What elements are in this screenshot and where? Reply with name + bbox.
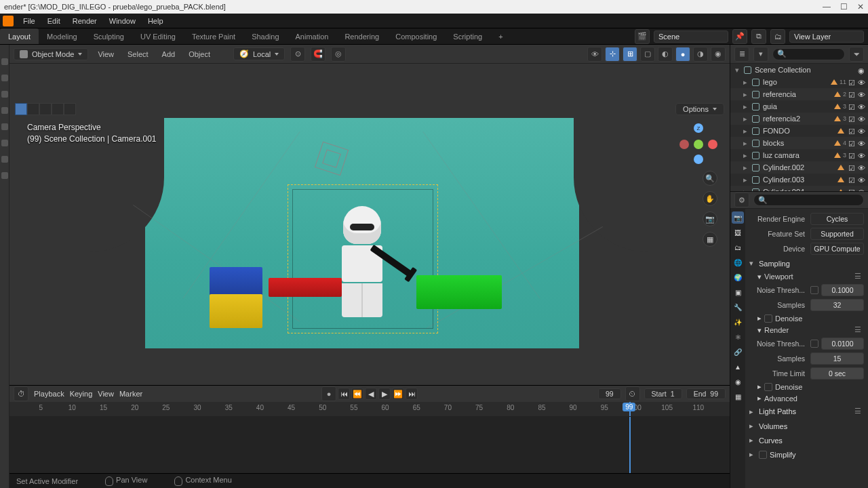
close-icon[interactable]: ✕	[857, 2, 864, 12]
jump-next-icon[interactable]: ⏩	[392, 388, 404, 400]
menu-help[interactable]: Help	[142, 16, 169, 26]
gizmo-toggle-icon[interactable]: ⊹	[605, 47, 620, 62]
header-object[interactable]: Object	[184, 49, 214, 60]
tl-menu-marker[interactable]: Marker	[119, 390, 142, 398]
timelimit-value[interactable]: 0 sec	[810, 367, 864, 380]
viewlayer-field[interactable]	[789, 30, 864, 43]
tab-animation[interactable]: Animation	[288, 28, 337, 44]
jump-end-icon[interactable]: ⏭	[406, 388, 418, 400]
preset-icon[interactable]: ☰	[854, 407, 864, 416]
tool-move-icon[interactable]	[1, 91, 8, 98]
autokey-icon[interactable]: ●	[321, 386, 336, 401]
props-tab-world[interactable]: 🌍	[732, 271, 744, 283]
panel-lightpaths[interactable]: ▸Light Paths ☰	[749, 404, 864, 419]
subpanel-vp-denoise[interactable]: ▸ Denoise	[749, 312, 864, 324]
scene-name-field[interactable]	[654, 30, 728, 43]
jump-prev-icon[interactable]: ⏪	[351, 388, 363, 400]
tab-texture[interactable]: Texture Paint	[184, 28, 243, 44]
outliner-row[interactable]: ▸luz camara3☑👁	[730, 149, 868, 161]
props-tab-physics[interactable]: ⚛	[732, 331, 744, 343]
props-tab-texture[interactable]: ▦	[732, 390, 744, 403]
tab-modeling[interactable]: Modeling	[39, 28, 85, 44]
mode-dropdown[interactable]: Object Mode	[14, 48, 88, 60]
outliner-row[interactable]: ▸Cylinder.004☑👁	[730, 186, 868, 191]
playhead-marker[interactable]: 99	[629, 402, 631, 416]
tl-menu-playback[interactable]: Playback	[34, 390, 64, 398]
navigation-gizmo[interactable]: Z	[679, 123, 717, 161]
tl-menu-keying[interactable]: Keying	[70, 390, 93, 398]
tab-compositing[interactable]: Compositing	[387, 28, 445, 44]
outliner-row[interactable]: ▸Cylinder.003☑👁	[730, 174, 868, 186]
preset-icon[interactable]: ☰	[854, 272, 864, 281]
timeline-ruler[interactable]: 5101520253035404550556065707580859095100…	[9, 402, 730, 417]
header-view[interactable]: View	[94, 49, 118, 60]
minimize-icon[interactable]: —	[823, 2, 831, 12]
gizmo-y-icon[interactable]	[694, 140, 703, 149]
current-frame-field[interactable]: 99	[598, 388, 621, 399]
device-dropdown[interactable]: GPU Compute	[810, 243, 864, 255]
subpanel-render[interactable]: ▾Render ☰	[749, 324, 864, 336]
subpanel-viewport[interactable]: ▾Viewport ☰	[749, 270, 864, 283]
outliner-row[interactable]: ▸FONDO☑👁	[730, 125, 868, 137]
tab-sculpting[interactable]: Sculpting	[85, 28, 132, 44]
props-tab-material[interactable]: ◉	[732, 375, 744, 388]
tool-cursor-icon[interactable]	[1, 75, 8, 81]
start-frame-field[interactable]: Start1	[644, 388, 682, 399]
outliner-filter-icon[interactable]: ⏷	[849, 47, 864, 62]
sel-mode-3[interactable]	[39, 103, 52, 115]
tab-layout[interactable]: Layout	[0, 28, 39, 44]
properties-editor-icon[interactable]: ⚙	[734, 192, 749, 207]
props-tab-constraints[interactable]: 🔗	[732, 346, 744, 358]
overlay-toggle-icon[interactable]: ⊞	[623, 47, 637, 62]
tool-select-icon[interactable]	[1, 58, 8, 65]
engine-dropdown[interactable]: Cycles	[810, 213, 864, 225]
vp-samples-value[interactable]: 32	[810, 299, 864, 311]
pivot-icon[interactable]: ⊙	[290, 47, 305, 62]
new-scene-icon[interactable]: ⧉	[751, 29, 766, 44]
subpanel-advanced[interactable]: ▸Advanced	[749, 392, 864, 404]
panel-sampling[interactable]: ▾Sampling	[749, 256, 864, 270]
viewport-options-dropdown[interactable]: Options	[675, 103, 724, 115]
timeline-editor-icon[interactable]: ⏱	[14, 386, 28, 401]
outliner-row[interactable]: ▸lego11☑👁	[730, 76, 868, 88]
tool-scale-icon[interactable]	[1, 123, 8, 130]
tab-scripting[interactable]: Scripting	[445, 28, 490, 44]
outliner-editor-icon[interactable]: ≣	[734, 47, 749, 62]
eye-icon[interactable]: ◉	[858, 66, 865, 74]
props-tab-viewlayer[interactable]: 🗂	[732, 241, 744, 253]
tab-add[interactable]: +	[490, 28, 511, 44]
props-tab-render[interactable]: 📷	[732, 211, 744, 224]
outliner-row[interactable]: ▸referencia2☑👁	[730, 88, 868, 100]
props-tab-output[interactable]: 🖼	[732, 226, 744, 239]
xray-icon[interactable]: ▢	[640, 47, 655, 62]
selection-mode-strip[interactable]	[15, 103, 76, 115]
header-add[interactable]: Add	[158, 49, 180, 60]
maximize-icon[interactable]: ☐	[840, 2, 848, 12]
props-tab-data[interactable]: ▲	[732, 361, 744, 373]
outliner-display-icon[interactable]: ▾	[753, 47, 768, 62]
vp-noise-value[interactable]: 0.1000	[821, 284, 864, 296]
outliner-row[interactable]: ▸guia3☑👁	[730, 100, 868, 113]
visibility-icon[interactable]: 👁	[587, 47, 602, 62]
shade-wire-icon[interactable]: ◐	[658, 47, 673, 62]
tl-menu-view[interactable]: View	[98, 390, 114, 398]
outliner-search[interactable]: 🔍	[772, 48, 845, 60]
panel-simplify[interactable]: ▸ Simplify	[749, 447, 864, 462]
props-tab-scene[interactable]: 🌐	[732, 256, 744, 268]
menu-edit[interactable]: Edit	[42, 16, 66, 26]
outliner-tree[interactable]: ▾ Scene Collection ◉ ▸lego11☑👁▸referenci…	[730, 64, 868, 191]
gizmo-neg-x-icon[interactable]	[679, 140, 689, 149]
window-controls[interactable]: — ☐ ✕	[823, 2, 864, 12]
outliner-root[interactable]: ▾ Scene Collection ◉	[730, 64, 868, 76]
gizmo-neg-z-icon[interactable]	[694, 155, 703, 164]
outliner-row[interactable]: ▸referencia23☑👁	[730, 113, 868, 125]
viewlayer-browse-icon[interactable]: 🗂	[770, 29, 785, 44]
sel-mode-4[interactable]	[52, 103, 64, 115]
vp-noise-checkbox[interactable]	[810, 286, 818, 294]
shade-solid-icon[interactable]: ●	[675, 47, 690, 62]
sel-mode-1[interactable]	[15, 103, 27, 115]
menu-render[interactable]: Render	[67, 16, 102, 26]
perspective-icon[interactable]: ▦	[703, 232, 717, 247]
outliner-row[interactable]: ▸blocks4☑👁	[730, 137, 868, 149]
play-rev-icon[interactable]: ◀	[365, 388, 377, 400]
